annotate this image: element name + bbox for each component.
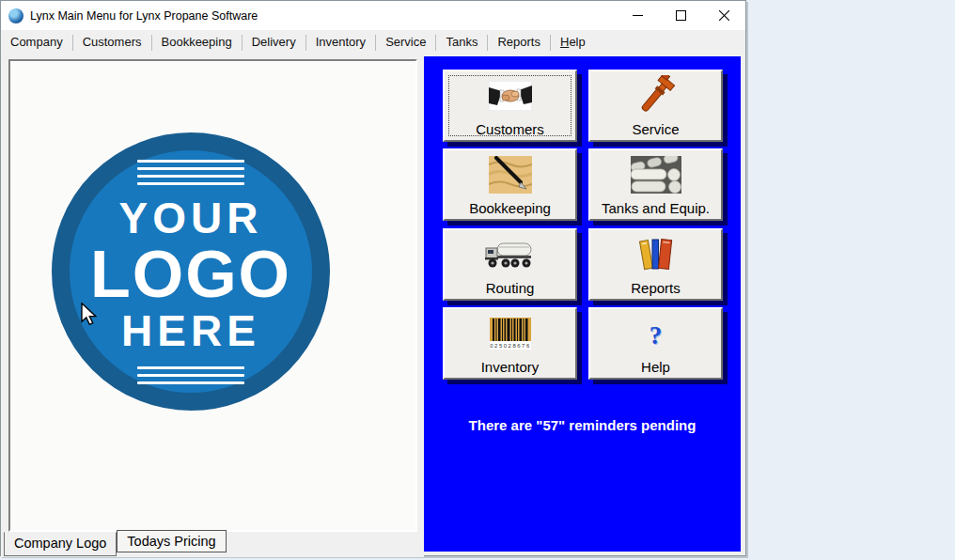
- barcode-digits: 025028676: [490, 343, 531, 349]
- inventory-button[interactable]: 025028676 Inventory: [443, 307, 577, 380]
- handshake-icon: [489, 81, 532, 115]
- your-logo-here-placeholder: YOUR LOGO HERE: [52, 132, 330, 411]
- books-icon: [637, 236, 675, 277]
- title-bar: Lynx Main Menu for Lynx Propane Software: [1, 1, 745, 30]
- button-label: Reports: [631, 280, 681, 296]
- app-window: Lynx Main Menu for Lynx Propane Software: [0, 0, 746, 556]
- menu-item-customers[interactable]: Customers: [73, 31, 151, 54]
- button-label: Routing: [486, 280, 535, 296]
- menu-item-help[interactable]: Help: [551, 31, 595, 54]
- logo-pane: YOUR LOGO HERE Company Logo Todays Prici…: [1, 54, 424, 557]
- tanks-and-equip-button[interactable]: Tanks and Equip.: [588, 148, 723, 221]
- maximize-button[interactable]: [659, 1, 702, 30]
- button-label: Help: [641, 359, 670, 375]
- menu-item-reports[interactable]: Reports: [488, 31, 550, 54]
- button-label: Inventory: [481, 359, 540, 375]
- barcode-icon: 025028676: [490, 318, 531, 353]
- reminders-pending-status: There are "57" reminders pending: [424, 417, 741, 433]
- logo-word-your: YOUR: [119, 196, 263, 240]
- pipe-wrench-icon: [635, 75, 677, 120]
- lynx-app-icon: [8, 8, 23, 23]
- window-controls: [616, 1, 745, 30]
- question-mark-icon: ?: [650, 321, 663, 350]
- minimize-icon: [633, 10, 643, 21]
- menu-bar: Company Customers Bookkeeping Delivery I…: [1, 30, 745, 54]
- minimize-button[interactable]: [616, 1, 659, 30]
- menu-item-company[interactable]: Company: [1, 31, 72, 54]
- menu-item-inventory[interactable]: Inventory: [306, 31, 375, 54]
- help-button[interactable]: ? Help: [588, 307, 723, 380]
- logo-decorative-lines-bottom: [137, 364, 244, 386]
- button-label: Bookkeeping: [469, 200, 551, 216]
- close-button[interactable]: [702, 1, 745, 30]
- logo-decorative-lines-top: [137, 157, 244, 187]
- propane-tanks-icon: [631, 156, 681, 197]
- menu-item-delivery[interactable]: Delivery: [243, 31, 305, 54]
- service-button[interactable]: Service: [588, 70, 723, 142]
- tank-truck-icon: [485, 240, 536, 273]
- logo-word-here: HERE: [121, 309, 260, 352]
- desktop: Lynx Main Menu for Lynx Propane Software: [0, 0, 955, 560]
- main-menu-panel: Customers Service: [424, 56, 741, 552]
- menu-item-service[interactable]: Service: [376, 31, 435, 54]
- customers-button[interactable]: Customers: [443, 70, 577, 142]
- button-label: Tanks and Equip.: [602, 200, 710, 216]
- company-logo-panel: YOUR LOGO HERE: [8, 59, 417, 532]
- close-icon: [719, 10, 729, 21]
- menu-item-tanks[interactable]: Tanks: [436, 31, 487, 54]
- button-label: Customers: [476, 121, 544, 137]
- pen-ledger-icon: [489, 156, 532, 197]
- maximize-icon: [676, 10, 686, 21]
- window-title: Lynx Main Menu for Lynx Propane Software: [30, 9, 258, 23]
- logo-word-logo: LOGO: [90, 241, 291, 307]
- reports-button[interactable]: Reports: [588, 228, 723, 301]
- bookkeeping-button[interactable]: Bookkeeping: [443, 148, 577, 221]
- button-label: Service: [632, 121, 679, 137]
- logo-pane-tabs: Company Logo Todays Pricing: [4, 530, 227, 556]
- menu-item-bookkeeping[interactable]: Bookkeeping: [152, 31, 242, 54]
- tab-todays-pricing[interactable]: Todays Pricing: [117, 530, 226, 552]
- tab-company-logo[interactable]: Company Logo: [4, 532, 117, 556]
- routing-button[interactable]: Routing: [443, 228, 577, 301]
